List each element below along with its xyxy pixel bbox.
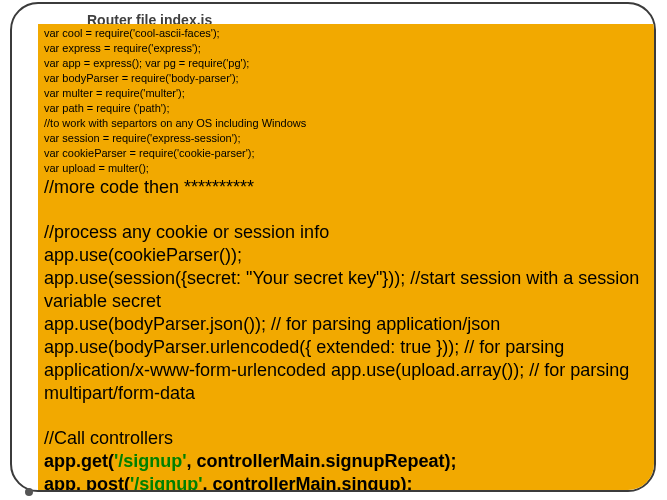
- code-text: app. post(: [44, 474, 130, 492]
- code-text: , controllerMain.signupRepeat);: [187, 451, 457, 471]
- route-line: app. post('/signup', controllerMain.sing…: [44, 473, 650, 492]
- code-line: var multer = require('multer');: [44, 86, 650, 101]
- string-literal: '/signup': [130, 474, 203, 492]
- string-literal: '/signup': [114, 451, 187, 471]
- code-line: var cool = require('cool-ascii-faces');: [44, 26, 650, 41]
- code-text: , controllerMain.singup);: [203, 474, 413, 492]
- code-line: //Call controllers: [44, 427, 650, 450]
- code-text: app.get(: [44, 451, 114, 471]
- code-line: var path = require ('path');: [44, 101, 650, 116]
- blank-line: [44, 405, 650, 427]
- blank-line: [44, 199, 650, 221]
- code-line: var session = require('express-session')…: [44, 131, 650, 146]
- route-line: app.get('/signup', controllerMain.signup…: [44, 450, 650, 473]
- code-line: var express = require('express');: [44, 41, 650, 56]
- code-line: //to work with separtors on any OS inclu…: [44, 116, 650, 131]
- code-line: //more code then **********: [44, 176, 650, 199]
- code-line: app.use(session({secret: "Your secret ke…: [44, 267, 650, 313]
- slide-frame: Router file index.js var cool = require(…: [10, 2, 656, 492]
- code-line: var app = express(); var pg = require('p…: [44, 56, 650, 71]
- code-line: app.use(bodyParser.json()); // for parsi…: [44, 313, 650, 336]
- code-line: app.use(cookieParser());: [44, 244, 650, 267]
- code-line: var cookieParser = require('cookie-parse…: [44, 146, 650, 161]
- code-line: var bodyParser = require('body-parser');: [44, 71, 650, 86]
- bullet-icon: [25, 488, 33, 496]
- code-block: var cool = require('cool-ascii-faces'); …: [38, 24, 656, 492]
- code-line: app.use(bodyParser.urlencoded({ extended…: [44, 336, 650, 405]
- code-line: //process any cookie or session info: [44, 221, 650, 244]
- code-line: var upload = multer();: [44, 161, 650, 176]
